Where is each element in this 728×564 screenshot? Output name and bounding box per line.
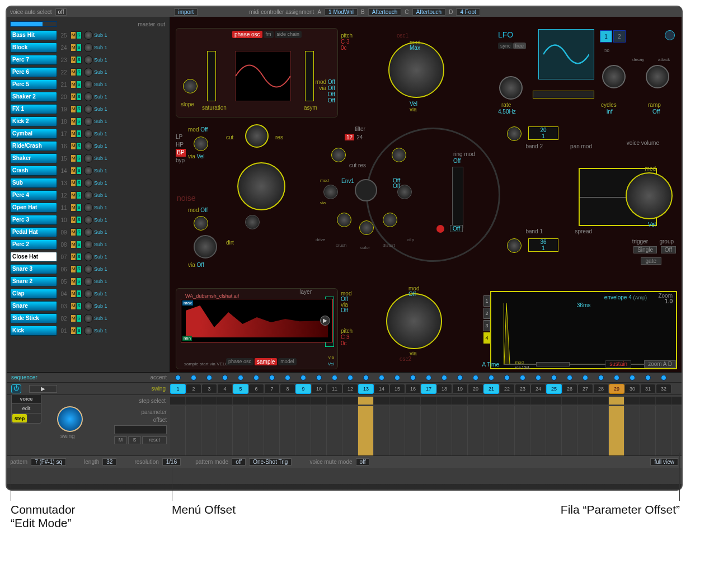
band1-hz[interactable]: 36 (529, 239, 558, 245)
voice-output[interactable]: Sub 1 (94, 266, 114, 272)
accent-step[interactable] (546, 375, 562, 380)
voice-level-knob[interactable] (84, 166, 93, 175)
band1-knob[interactable] (507, 238, 522, 253)
voice-level-knob[interactable] (84, 68, 93, 77)
mute-solo[interactable]: MS (71, 253, 83, 261)
mute-solo[interactable]: MS (71, 154, 83, 162)
osc1-tab-fm[interactable]: fm (264, 31, 274, 38)
voice-output[interactable]: Sub 1 (94, 205, 114, 210)
voice-level-knob[interactable] (84, 80, 93, 89)
step-18[interactable]: 18 (436, 384, 452, 394)
step-24[interactable]: 24 (530, 384, 546, 394)
voice-row[interactable]: Side Stick 02 MS Sub 1 (10, 312, 170, 325)
accent-step[interactable] (656, 375, 671, 380)
pitch-note[interactable]: C 3 (341, 39, 363, 45)
lfo-cycles-knob[interactable] (602, 65, 626, 88)
accent-step[interactable] (327, 375, 342, 380)
voice-output[interactable]: Sub 1 (94, 316, 114, 321)
step-select-cell[interactable] (248, 397, 264, 405)
dirt-mod-knob[interactable] (194, 216, 208, 231)
voice-output[interactable]: Sub 1 (94, 119, 114, 124)
import-menu[interactable]: import (174, 8, 198, 16)
accent-step[interactable] (483, 375, 499, 380)
step-10[interactable]: 10 (311, 384, 327, 394)
mute-solo[interactable]: MS (71, 44, 83, 51)
offset-cell[interactable] (562, 406, 577, 455)
ringmod-slider[interactable] (452, 167, 463, 228)
offset-cell[interactable] (405, 406, 421, 455)
lfo-power-icon[interactable] (665, 30, 675, 40)
voice-output[interactable]: Sub 1 (94, 45, 114, 50)
accent-step[interactable] (593, 375, 609, 380)
mute-solo[interactable]: MS (71, 105, 83, 113)
voice-output[interactable]: Sub 1 (94, 328, 114, 333)
pattern-value[interactable]: 7 (F#-1) sq (31, 458, 66, 466)
offset-cell[interactable] (609, 406, 624, 455)
pitch-cents[interactable]: 0c (341, 45, 363, 51)
voice-name[interactable]: Snare 2 (10, 276, 57, 286)
voice-row[interactable]: Sub 13 MS Sub 1 (10, 177, 170, 189)
lfo-sync[interactable]: sync (498, 43, 513, 49)
lfo-tab-1[interactable]: 1 (600, 30, 612, 43)
voice-name[interactable]: Close Hat (10, 252, 57, 262)
mute-solo[interactable]: MS (71, 302, 83, 310)
osc1-via2-off[interactable]: Off (328, 97, 335, 104)
voice-level-knob[interactable] (84, 55, 93, 64)
offset-m[interactable]: M (114, 436, 127, 444)
ring-center-button[interactable] (355, 179, 377, 201)
length-value[interactable]: 32 (102, 458, 116, 466)
accent-step[interactable] (468, 375, 483, 380)
saturation-slider[interactable] (207, 51, 216, 101)
step-select-row[interactable] (170, 397, 682, 405)
accent-step[interactable] (248, 375, 264, 380)
step-select-cell[interactable] (562, 397, 577, 405)
offset-cell[interactable] (280, 406, 295, 455)
step-select-cell[interactable] (593, 397, 609, 405)
voice-level-knob[interactable] (84, 326, 93, 335)
osc2-tab-model[interactable]: model (278, 358, 297, 365)
step-select-cell[interactable] (233, 397, 248, 405)
mute-solo[interactable]: MS (71, 278, 83, 285)
step-28[interactable]: 28 (593, 384, 609, 394)
osc2-tab-sample[interactable]: sample (255, 358, 277, 365)
voice-output[interactable]: Sub 1 (94, 254, 114, 260)
offset-cell[interactable] (374, 406, 389, 455)
accent-step[interactable] (201, 375, 217, 380)
group-val[interactable]: Off (661, 246, 676, 253)
voice-row[interactable]: Ride/Crash 16 MS Sub 1 (10, 140, 170, 152)
voice-name[interactable]: Side Stick (10, 313, 57, 323)
lfo-tab-2[interactable]: 2 (613, 30, 626, 43)
voice-volume-knob[interactable] (626, 172, 673, 219)
offset-cell[interactable] (468, 406, 483, 455)
midi-d-value[interactable]: 4 Foot (456, 8, 480, 16)
step-8[interactable]: 8 (280, 384, 295, 394)
step-16[interactable]: 16 (405, 384, 421, 394)
voice-row[interactable]: Perc 6 22 MS Sub 1 (10, 66, 170, 78)
voice-name[interactable]: Perc 3 (10, 215, 57, 225)
midi-c-value[interactable]: Aftertouch (412, 8, 446, 16)
step-30[interactable]: 30 (624, 384, 640, 394)
mute-solo[interactable]: MS (71, 130, 83, 138)
step-17[interactable]: 17 (421, 384, 436, 394)
edit-mode-switch[interactable]: voice edit step (11, 394, 41, 424)
accent-step[interactable] (499, 375, 515, 380)
ring-env1[interactable]: Env1 (341, 178, 354, 184)
voice-level-knob[interactable] (84, 31, 93, 40)
mute-solo[interactable]: MS (71, 56, 83, 64)
trig-mode[interactable]: One-Shot Trig (249, 458, 292, 466)
step-select-cell[interactable] (374, 397, 389, 405)
voice-output[interactable]: Sub 1 (94, 192, 114, 198)
voice-level-knob[interactable] (84, 142, 93, 151)
accent-row[interactable] (170, 375, 682, 380)
offset-cell[interactable] (170, 406, 186, 455)
cut-mod-knob[interactable] (194, 137, 208, 151)
offset-cell[interactable] (186, 406, 201, 455)
osc1-via1-off[interactable]: Off (328, 85, 335, 91)
sample-waveform[interactable]: max min ▶ (181, 299, 333, 342)
voice-row[interactable]: Open Hat 11 MS Sub 1 (10, 201, 170, 214)
step-23[interactable]: 23 (515, 384, 530, 394)
offset-cell[interactable] (483, 406, 499, 455)
step-6[interactable]: 6 (248, 384, 264, 394)
dirt-mod-off[interactable]: Off (200, 207, 208, 213)
edit-mode-voice[interactable]: voice (12, 394, 41, 404)
